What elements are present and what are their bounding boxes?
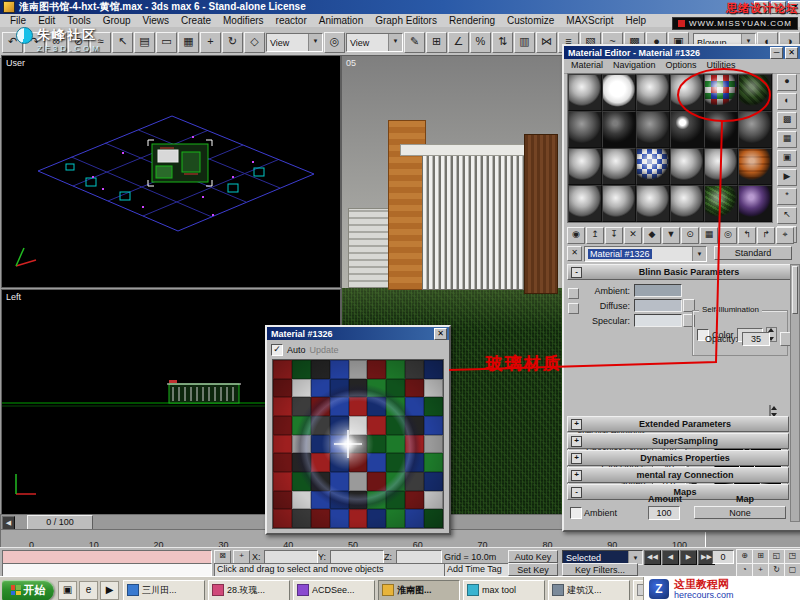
- key-filters-button[interactable]: Key Filters...: [562, 563, 638, 576]
- material-sample-11[interactable]: [704, 111, 738, 148]
- material-sample-4[interactable]: [670, 74, 704, 111]
- select-and-manipulate-icon[interactable]: ✎: [404, 32, 425, 53]
- taskbar-task-button[interactable]: 淮南图...: [378, 580, 460, 600]
- quick-launch-desktop-icon[interactable]: ▣: [58, 581, 77, 600]
- menu-item[interactable]: Customize: [501, 15, 560, 26]
- ambient-map-amount-field[interactable]: 100: [648, 506, 680, 520]
- reset-map-icon[interactable]: ✕: [624, 227, 642, 244]
- material-editor-menu-item[interactable]: Options: [661, 60, 702, 72]
- quick-launch-browser-icon[interactable]: e: [79, 581, 98, 600]
- go-to-parent-icon[interactable]: ↰: [738, 227, 756, 244]
- x-coordinate-field[interactable]: [264, 550, 318, 564]
- viewport-camera-label[interactable]: 05: [346, 58, 356, 68]
- rectangular-selection-region-icon[interactable]: ▭: [156, 32, 177, 53]
- y-coordinate-field[interactable]: [330, 550, 384, 564]
- map-preview-window[interactable]: Material #1326 ✕ ✓ Auto Update: [265, 325, 451, 535]
- minimize-icon[interactable]: ─: [770, 47, 783, 59]
- chevron-down-icon[interactable]: ▼: [388, 34, 402, 51]
- material-sample-7[interactable]: [568, 111, 602, 148]
- make-material-copy-icon[interactable]: ◆: [643, 227, 661, 244]
- show-end-result-icon[interactable]: ◎: [719, 227, 737, 244]
- tutorial-site-banner[interactable]: Z 这里教程网 herecours.com: [643, 577, 800, 600]
- material-sample-5[interactable]: [704, 74, 738, 111]
- menu-item[interactable]: Graph Editors: [369, 15, 443, 26]
- ambient-color-swatch[interactable]: [634, 284, 682, 297]
- previous-frame-arrow-button[interactable]: ◀: [2, 516, 15, 530]
- material-editor-scrollbar[interactable]: [790, 264, 800, 522]
- material-sample-2[interactable]: [602, 74, 636, 111]
- menu-item[interactable]: Group: [97, 15, 137, 26]
- material-sample-19[interactable]: [568, 185, 602, 222]
- select-and-scale-icon[interactable]: ◇: [244, 32, 265, 53]
- material-sample-18[interactable]: [738, 148, 772, 185]
- taskbar-task-button[interactable]: max tool: [463, 580, 545, 600]
- time-slider-handle[interactable]: 0 / 100: [27, 515, 93, 530]
- auto-key-button[interactable]: Auto Key: [508, 550, 558, 563]
- menu-item[interactable]: Rendering: [443, 15, 501, 26]
- material-sample-14[interactable]: [602, 148, 636, 185]
- named-selection-sets-icon[interactable]: ▥: [514, 32, 535, 53]
- snap-toggle-icon[interactable]: ⊞: [426, 32, 447, 53]
- set-key-button[interactable]: Set Key: [508, 563, 558, 576]
- material-sample-9[interactable]: [636, 111, 670, 148]
- material-sample-3[interactable]: [636, 74, 670, 111]
- taskbar-task-button[interactable]: 三川田...: [123, 580, 205, 600]
- material-sample-17[interactable]: [704, 148, 738, 185]
- specular-color-swatch[interactable]: [634, 314, 682, 327]
- opacity-value-field[interactable]: 35: [742, 332, 770, 346]
- material-sample-24[interactable]: [738, 185, 772, 222]
- material-sample-10[interactable]: [670, 111, 704, 148]
- material-sample-20[interactable]: [602, 185, 636, 222]
- auto-update-checkbox[interactable]: ✓: [271, 344, 283, 356]
- go-forward-to-sibling-icon[interactable]: ↱: [757, 227, 775, 244]
- close-icon[interactable]: ✕: [434, 328, 447, 340]
- select-and-rotate-icon[interactable]: ↻: [222, 32, 243, 53]
- select-and-move-icon[interactable]: +: [200, 32, 221, 53]
- menu-item[interactable]: File: [4, 15, 32, 26]
- material-sample-1[interactable]: [568, 74, 602, 111]
- viewport-user-label[interactable]: User: [6, 58, 25, 68]
- zoom-icon[interactable]: ⊕: [736, 549, 753, 564]
- rollout-bar[interactable]: + SuperSampling: [567, 433, 789, 449]
- show-map-in-viewport-icon[interactable]: ▦: [700, 227, 718, 244]
- forum-banner[interactable]: 思绪设计论坛 WWW.MISSYUAN.COM: [672, 1, 798, 30]
- menu-item[interactable]: reactor: [270, 15, 313, 26]
- material-sample-12[interactable]: [738, 111, 772, 148]
- add-time-tag[interactable]: Add Time Tag: [444, 563, 510, 577]
- use-center-icon[interactable]: ◎: [324, 32, 345, 53]
- z-coordinate-field[interactable]: [396, 550, 442, 564]
- map-preview-titlebar[interactable]: Material #1326 ✕: [267, 327, 449, 340]
- ambient-map-button[interactable]: None: [694, 506, 786, 519]
- menu-item[interactable]: Edit: [32, 15, 61, 26]
- absolute-offset-toggle-icon[interactable]: +: [233, 550, 250, 564]
- diffuse-color-swatch[interactable]: [634, 299, 682, 312]
- background-icon[interactable]: ▩: [777, 112, 797, 129]
- angle-snap-icon[interactable]: ∠: [448, 32, 469, 53]
- mirror-icon[interactable]: ⋈: [536, 32, 557, 53]
- taskbar-task-button[interactable]: 28.玫瑰...: [208, 580, 290, 600]
- viewport-left-label[interactable]: Left: [6, 292, 21, 302]
- maxscript-mini-listener[interactable]: [2, 563, 212, 577]
- select-by-name-icon[interactable]: ▤: [134, 32, 155, 53]
- rollout-blinn-basic-parameters[interactable]: - Blinn Basic Parameters: [567, 264, 797, 280]
- reference-coordinate-dropdown[interactable]: View ▼: [266, 33, 323, 52]
- menu-item[interactable]: MAXScript: [560, 15, 619, 26]
- sample-uv-tiling-icon[interactable]: ▦: [777, 131, 797, 148]
- zoom-extents-icon[interactable]: ◱: [768, 549, 785, 564]
- spinner-snap-icon[interactable]: ⇅: [492, 32, 513, 53]
- delete-material-button[interactable]: ✕: [567, 246, 582, 261]
- material-sample-8[interactable]: [602, 111, 636, 148]
- material-id-channel-icon[interactable]: ⊙: [681, 227, 699, 244]
- material-sample-13[interactable]: [568, 148, 602, 185]
- menu-item[interactable]: Tools: [61, 15, 96, 26]
- material-sample-15[interactable]: [636, 148, 670, 185]
- sample-type-icon[interactable]: ●: [777, 74, 797, 91]
- make-preview-icon[interactable]: ▶: [777, 169, 797, 186]
- menu-item[interactable]: Create: [175, 15, 217, 26]
- material-name-dropdown[interactable]: Material #1326 ▼: [584, 246, 707, 262]
- close-icon[interactable]: ✕: [785, 47, 798, 59]
- macro-recorder-listener[interactable]: [2, 550, 212, 564]
- select-by-material-icon[interactable]: ↖: [777, 207, 797, 224]
- video-color-check-icon[interactable]: ▣: [777, 150, 797, 167]
- material-editor-menu-item[interactable]: Material: [566, 60, 608, 72]
